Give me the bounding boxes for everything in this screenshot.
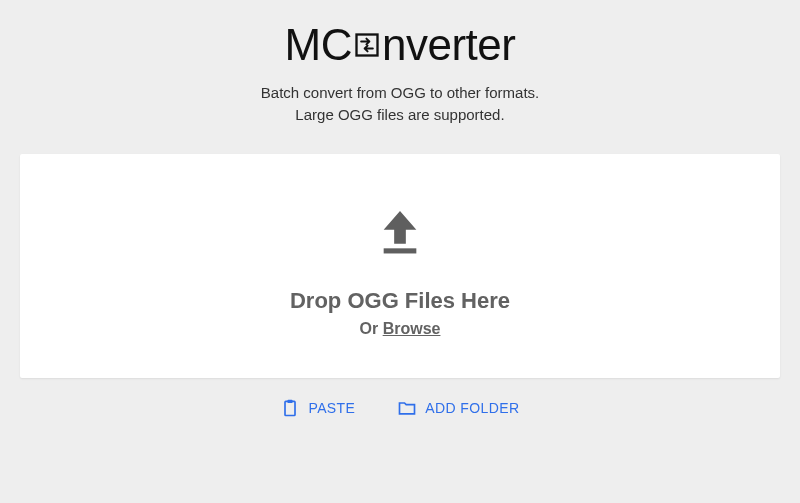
subtitle-line-1: Batch convert from OGG to other formats. bbox=[261, 82, 539, 104]
action-bar: PASTE ADD FOLDER bbox=[280, 398, 519, 418]
add-folder-label: ADD FOLDER bbox=[425, 400, 519, 416]
logo-text-right: nverter bbox=[382, 20, 515, 70]
svg-rect-3 bbox=[288, 399, 293, 402]
paste-label: PASTE bbox=[308, 400, 355, 416]
clipboard-icon bbox=[280, 398, 300, 418]
paste-button[interactable]: PASTE bbox=[280, 398, 355, 418]
svg-rect-2 bbox=[285, 401, 295, 415]
brand-logo: MC nverter bbox=[285, 20, 516, 70]
dropzone-subtitle: Or Browse bbox=[360, 320, 441, 338]
dropzone-or-text: Or bbox=[360, 320, 383, 337]
browse-link[interactable]: Browse bbox=[383, 320, 441, 337]
folder-icon bbox=[397, 398, 417, 418]
convert-arrows-icon bbox=[353, 31, 381, 59]
add-folder-button[interactable]: ADD FOLDER bbox=[397, 398, 519, 418]
logo-text-left: MC bbox=[285, 20, 352, 70]
dropzone-card[interactable]: Drop OGG Files Here Or Browse bbox=[20, 154, 780, 378]
upload-icon bbox=[372, 204, 428, 264]
page-subtitle: Batch convert from OGG to other formats.… bbox=[261, 82, 539, 126]
svg-rect-1 bbox=[384, 248, 417, 253]
subtitle-line-2: Large OGG files are supported. bbox=[261, 104, 539, 126]
dropzone-title: Drop OGG Files Here bbox=[290, 288, 510, 314]
